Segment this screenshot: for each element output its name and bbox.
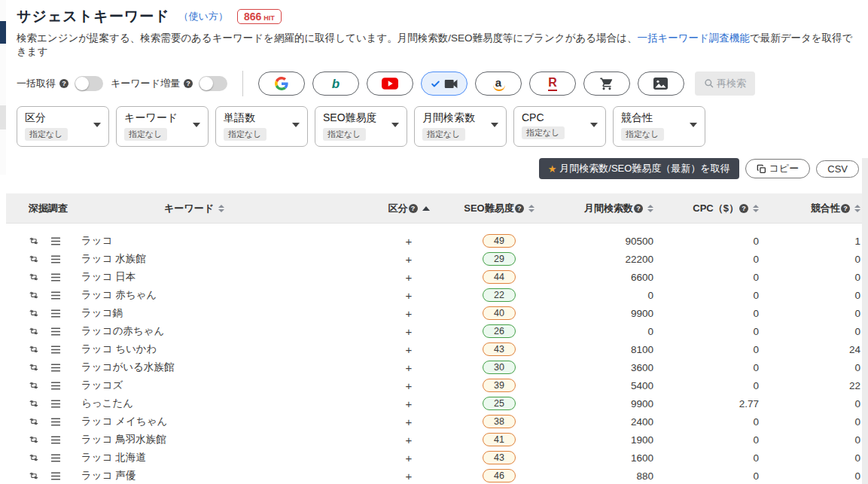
dig-keyword-icon[interactable] bbox=[29, 417, 40, 427]
chevron-down-icon bbox=[93, 123, 101, 127]
add-kubun-button[interactable]: + bbox=[406, 307, 413, 320]
dig-keyword-icon[interactable] bbox=[29, 345, 40, 355]
engine-button-images[interactable] bbox=[638, 72, 684, 96]
keyword-menu-icon[interactable] bbox=[50, 364, 61, 372]
add-kubun-button[interactable]: + bbox=[406, 343, 413, 356]
bulk-survey-link[interactable]: 一括キーワード調査機能 bbox=[637, 32, 749, 44]
add-kubun-button[interactable]: + bbox=[406, 452, 413, 464]
batch-fetch-toggle[interactable] bbox=[75, 76, 103, 91]
header-keyword[interactable]: キーワード bbox=[81, 202, 375, 215]
seo-difficulty-badge: 43 bbox=[483, 451, 516, 464]
filter-seo-difficulty[interactable]: SEO難易度 指定なし bbox=[315, 106, 407, 147]
cpc-value: 0 bbox=[653, 434, 759, 446]
add-kubun-button[interactable]: + bbox=[406, 397, 413, 410]
seo-difficulty-badge: 30 bbox=[483, 361, 516, 374]
keyword-menu-icon[interactable] bbox=[50, 454, 61, 462]
dig-keyword-icon[interactable] bbox=[29, 236, 40, 246]
competition-value: 0 bbox=[759, 326, 860, 337]
keyword-menu-icon[interactable] bbox=[50, 472, 61, 480]
keyword-menu-icon[interactable] bbox=[50, 418, 61, 426]
help-icon[interactable]: ? bbox=[59, 79, 69, 88]
add-kubun-button[interactable]: + bbox=[406, 253, 413, 266]
copy-button[interactable]: コピー bbox=[745, 159, 811, 178]
engine-button-google-video[interactable] bbox=[421, 72, 468, 96]
engine-button-google[interactable] bbox=[258, 72, 305, 96]
engine-button-shopping[interactable] bbox=[583, 72, 630, 96]
filter-kubun[interactable]: 区分 指定なし bbox=[17, 106, 109, 147]
add-kubun-button[interactable]: + bbox=[406, 470, 413, 482]
header-monthly[interactable]: 月間検索数? bbox=[556, 202, 653, 215]
cpc-value: 2.77 bbox=[653, 398, 759, 409]
keyword-menu-icon[interactable] bbox=[50, 255, 61, 263]
help-icon[interactable]: ? bbox=[409, 204, 418, 213]
add-kubun-button[interactable]: + bbox=[406, 434, 413, 446]
dig-keyword-icon[interactable] bbox=[29, 381, 40, 391]
keyword-increase-toggle[interactable] bbox=[199, 76, 227, 91]
help-icon[interactable]: ? bbox=[515, 204, 524, 213]
keyword-menu-icon[interactable] bbox=[50, 345, 61, 354]
help-icon[interactable]: ? bbox=[739, 204, 748, 213]
dig-keyword-icon[interactable] bbox=[29, 453, 40, 463]
add-kubun-button[interactable]: + bbox=[406, 289, 413, 302]
page-description: 検索エンジンが提案する、検索需要のあるキーワードを網羅的に取得しています。月間検… bbox=[17, 32, 859, 59]
filter-word-count[interactable]: 単語数 指定なし bbox=[215, 106, 308, 147]
filter-value-badge: 指定なし bbox=[621, 128, 664, 141]
dig-keyword-icon[interactable] bbox=[29, 471, 40, 481]
dig-keyword-icon[interactable] bbox=[29, 435, 40, 445]
monthly-search-value: 2400 bbox=[556, 416, 653, 428]
keyword-menu-icon[interactable] bbox=[50, 309, 61, 318]
filter-keyword[interactable]: キーワード 指定なし bbox=[116, 106, 209, 147]
engine-button-youtube[interactable] bbox=[367, 72, 413, 96]
keyword-menu-icon[interactable] bbox=[50, 436, 61, 444]
hit-count-badge: 866 HIT bbox=[237, 9, 282, 24]
dig-keyword-icon[interactable] bbox=[29, 399, 40, 409]
filter-label: SEO難易度 bbox=[323, 111, 399, 125]
chevron-down-icon bbox=[590, 123, 598, 127]
competition-value: 0 bbox=[759, 398, 860, 409]
dig-keyword-icon[interactable] bbox=[29, 363, 40, 373]
monthly-search-value: 3600 bbox=[556, 362, 653, 373]
research-button[interactable]: 再検索 bbox=[695, 72, 755, 96]
engine-button-bing[interactable]: b bbox=[312, 72, 359, 96]
keyword-menu-icon[interactable] bbox=[50, 291, 61, 300]
vertical-scrollbar[interactable] bbox=[862, 158, 868, 484]
keyword-menu-icon[interactable] bbox=[50, 237, 61, 245]
keyword-menu-icon[interactable] bbox=[50, 382, 61, 390]
csv-button[interactable]: CSV bbox=[816, 160, 859, 178]
usage-link[interactable]: （使い方） bbox=[179, 10, 228, 23]
seo-difficulty-badge: 49 bbox=[483, 234, 516, 248]
add-kubun-button[interactable]: + bbox=[406, 325, 413, 338]
add-kubun-button[interactable]: + bbox=[406, 271, 413, 284]
header-kubun[interactable]: 区分? bbox=[375, 202, 443, 215]
header-seo[interactable]: SEO難易度? bbox=[443, 202, 556, 215]
help-icon[interactable]: ? bbox=[184, 79, 193, 88]
dig-keyword-icon[interactable] bbox=[29, 272, 40, 282]
header-competition[interactable]: 競合性? bbox=[759, 202, 860, 215]
add-kubun-button[interactable]: + bbox=[406, 416, 413, 428]
keyword-menu-icon[interactable] bbox=[50, 400, 61, 408]
header-kubun-label: 区分 bbox=[388, 202, 408, 215]
engine-button-amazon[interactable]: a bbox=[475, 72, 522, 96]
dig-keyword-icon[interactable] bbox=[29, 291, 40, 300]
monthly-search-value: 0 bbox=[556, 326, 653, 337]
add-kubun-button[interactable]: + bbox=[406, 361, 413, 374]
keyword-menu-icon[interactable] bbox=[50, 327, 61, 336]
dig-keyword-icon[interactable] bbox=[29, 309, 40, 318]
keyword-menu-icon[interactable] bbox=[50, 273, 61, 282]
competition-value: 0 bbox=[759, 470, 860, 482]
filter-monthly-search[interactable]: 月間検索数 指定なし bbox=[414, 106, 507, 147]
table-row: ラッコズ + 39 5400 0 22 bbox=[6, 376, 868, 394]
monthly-search-value: 1600 bbox=[556, 452, 653, 464]
engine-button-rakuten[interactable]: R bbox=[529, 72, 576, 96]
fetch-latest-button[interactable]: ★ 月間検索数/SEO難易度（最新）を取得 bbox=[539, 158, 739, 179]
add-kubun-button[interactable]: + bbox=[406, 379, 413, 392]
add-kubun-button[interactable]: + bbox=[406, 235, 413, 248]
filter-competition[interactable]: 競合性 指定なし bbox=[613, 106, 705, 147]
videocam-icon bbox=[444, 78, 458, 90]
filter-cpc[interactable]: CPC 指定なし bbox=[513, 106, 606, 147]
dig-keyword-icon[interactable] bbox=[29, 327, 40, 336]
header-cpc[interactable]: CPC（$）? bbox=[653, 202, 759, 215]
help-icon[interactable]: ? bbox=[634, 204, 643, 213]
dig-keyword-icon[interactable] bbox=[29, 254, 40, 264]
help-icon[interactable]: ? bbox=[841, 204, 850, 213]
